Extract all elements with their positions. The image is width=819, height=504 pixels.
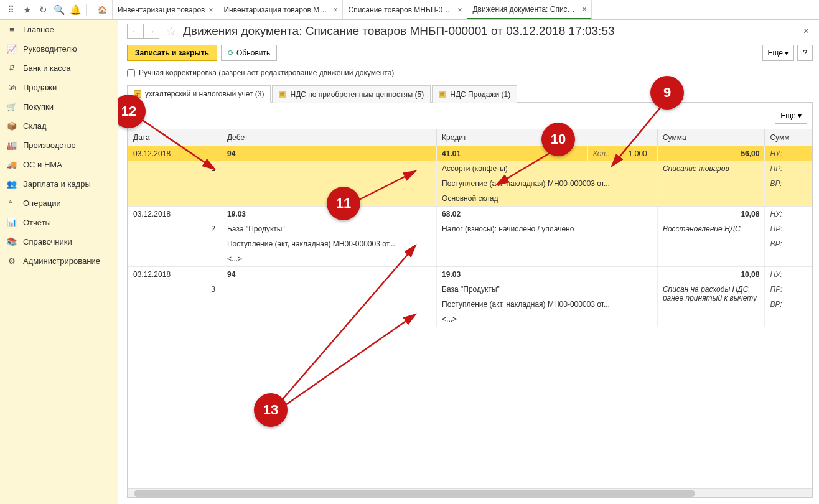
sidebar-item-sales[interactable]: 🛍Продажи [0,78,118,97]
sidebar: ≡Главное 📈Руководителю ₽Банк и касса 🛍Пр… [0,20,118,504]
history-icon[interactable]: ↻ [35,2,50,17]
tab-1[interactable]: Инвентаризация товаров МНБП-000002 о...× [218,0,343,19]
books-icon: 📚 [6,237,17,246]
close-icon[interactable]: × [333,6,337,14]
sheet-icon: ▤ [279,91,286,98]
truck-icon: 🚚 [6,160,17,169]
movements-grid[interactable]: Дата Дебет Кредит Сумма Сумм 03.12.2018 … [128,129,812,488]
table-row[interactable]: 03.12.2018 19.03 68.02 10,08 НУ: [128,207,812,222]
bag-icon: 🛍 [6,83,17,92]
table-row[interactable]: 3 База "Продукты" Списан на расходы НДС,… [128,282,812,297]
forward-button[interactable]: → [143,24,159,39]
sidebar-item-purchases[interactable]: 🛒Покупки [0,97,118,116]
sidebar-item-main[interactable]: ≡Главное [0,20,118,39]
favorite-icon[interactable]: ☆ [166,24,177,39]
home-tab[interactable]: 🏠 [93,0,113,19]
sidebar-item-hr[interactable]: 👥Зарплата и кадры [0,174,118,194]
manual-correction-checkbox[interactable] [127,69,135,77]
factory-icon: 🏭 [6,141,17,150]
grid-header-row: Дата Дебет Кредит Сумма Сумм [128,129,812,146]
sidebar-item-admin[interactable]: ⚙Администрирование [0,251,118,271]
content-area: ← → ☆ Движения документа: Списание товар… [118,20,819,504]
tab-2[interactable]: Списание товаров МНБП-000001 от 03.1...× [343,0,467,19]
refresh-button[interactable]: ⟳Обновить [221,45,277,61]
sidebar-item-refs[interactable]: 📚Справочники [0,232,118,251]
apps-icon[interactable]: ⠿ [3,2,18,17]
inner-tab-vat-sales[interactable]: ▤НДС Продажи (1) [432,85,517,103]
save-close-button[interactable]: Записать и закрыть [127,45,217,61]
help-button[interactable]: ? [797,45,813,61]
table-more-button[interactable]: Еще ▾ [775,108,807,124]
star-icon[interactable]: ★ [19,2,34,17]
horizontal-scrollbar[interactable] [128,488,812,497]
box-icon: 📦 [6,121,17,131]
sheet-icon: ▤ [439,91,446,98]
tab-3[interactable]: Движения документа: Списание товаров...× [467,0,592,19]
sidebar-item-bank[interactable]: ₽Банк и касса [0,58,118,78]
tab-0[interactable]: Инвентаризация товаров× [113,0,218,19]
table-row[interactable]: <...> [128,312,812,327]
table-row[interactable]: Поступление (акт, накладная) МН00-000003… [128,236,812,251]
close-icon[interactable]: × [457,6,462,14]
sidebar-item-production[interactable]: 🏭Производство [0,136,118,155]
inner-tab-vat-in[interactable]: ▤НДС по приобретенным ценностям (5) [272,85,431,103]
sidebar-item-operations[interactable]: ᴬᵀОперации [0,194,118,213]
close-icon[interactable]: × [208,6,213,14]
table-row[interactable]: Поступление (акт, накладная) МН00-000003… [128,176,812,191]
page-title: Движения документа: Списание товаров МНБ… [183,24,615,38]
bar-icon: 📊 [6,218,17,227]
sidebar-item-warehouse[interactable]: 📦Склад [0,116,118,136]
more-button[interactable]: Еще ▾ [762,45,795,61]
table-row[interactable]: 1 Ассорти (конфеты) Списание товаров ПР: [128,161,812,176]
ledger-icon: дт [134,90,141,98]
sidebar-item-manager[interactable]: 📈Руководителю [0,39,118,58]
table-row[interactable]: Основной склад [128,191,812,207]
table-row[interactable]: 03.12.2018 94 41.01 Кол.: 1,000 56,00 НУ… [128,146,812,162]
chart-icon: 📈 [6,44,17,54]
table-row[interactable]: 2 База "Продукты" Налог (взносы): начисл… [128,222,812,236]
cart-icon: 🛒 [6,102,17,111]
bell-icon[interactable]: 🔔 [68,2,83,17]
people-icon: 👥 [6,179,17,189]
gear-icon: ⚙ [6,256,17,266]
close-button[interactable]: × [800,26,813,37]
search-icon[interactable]: 🔍 [52,2,67,17]
sidebar-item-assets[interactable]: 🚚ОС и НМА [0,155,118,174]
close-icon[interactable]: × [582,5,586,14]
top-toolbar: ⠿ ★ ↻ 🔍 🔔 🏠 Инвентаризация товаров× Инве… [0,0,819,20]
menu-icon: ≡ [6,25,17,34]
sidebar-item-reports[interactable]: 📊Отчеты [0,213,118,232]
back-button[interactable]: ← [127,24,143,39]
table-row[interactable]: <...> [128,251,812,267]
ledger-icon: ᴬᵀ [6,198,17,208]
checkbox-label: Ручная корректировка (разрешает редактир… [139,68,394,77]
refresh-icon: ⟳ [228,49,234,57]
ruble-icon: ₽ [6,63,17,73]
inner-tab-accounting[interactable]: дтухгалтерский и налоговый учет (3) [127,85,271,103]
table-row[interactable]: 03.12.2018 94 19.03 10,08 НУ: [128,267,812,282]
